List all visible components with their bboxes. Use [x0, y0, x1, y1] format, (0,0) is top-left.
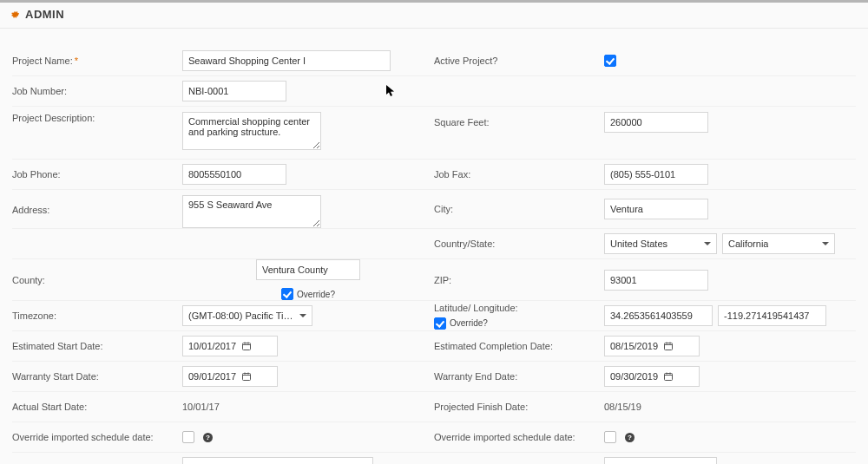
- label-county: County:: [12, 274, 182, 286]
- est-start-date-input[interactable]: 10/01/2017: [182, 336, 278, 356]
- est-complete-date-input[interactable]: 08/15/2019: [604, 336, 700, 356]
- calendar-icon: [241, 371, 252, 382]
- latlon-override-checkbox[interactable]: [434, 317, 446, 330]
- job-phone-input[interactable]: [182, 164, 286, 185]
- label-country-state: Country/State:: [434, 238, 604, 250]
- job-fax-input[interactable]: [604, 164, 708, 185]
- gear-icon: [10, 10, 20, 19]
- page-header: ADMIN: [0, 3, 868, 29]
- county-override-label: Override?: [297, 290, 335, 299]
- project-description-textarea[interactable]: [182, 112, 321, 150]
- svg-rect-3: [665, 374, 673, 381]
- label-zip: ZIP:: [434, 274, 604, 286]
- label-warranty-end: Warranty End Date:: [434, 370, 604, 382]
- label-actual-start: Actual Start Date:: [12, 401, 182, 413]
- chevron-down-icon: [822, 242, 829, 245]
- country-select[interactable]: United States: [604, 233, 717, 254]
- calendar-icon: [663, 341, 674, 351]
- actual-start-value: 10/01/17: [182, 402, 220, 412]
- override-schedule-checkbox-left[interactable]: [182, 431, 194, 443]
- projected-finish-value: 08/15/19: [604, 402, 641, 412]
- admin-form: Project Name:* Active Project? Job Numbe…: [0, 29, 868, 464]
- label-est-complete: Estimated Completion Date:: [434, 340, 604, 352]
- county-override-checkbox[interactable]: [281, 288, 293, 300]
- help-icon[interactable]: ?: [625, 433, 635, 442]
- label-override-schedule-right: Override imported schedule date:: [434, 431, 604, 443]
- required-marker-icon: *: [75, 56, 78, 66]
- help-icon[interactable]: ?: [203, 433, 213, 442]
- svg-rect-1: [665, 343, 673, 350]
- label-job-fax: Job Fax:: [434, 168, 604, 180]
- svg-rect-0: [243, 343, 251, 350]
- chevron-down-icon: [704, 242, 711, 245]
- chevron-down-icon: [299, 314, 306, 317]
- label-city: City:: [434, 203, 604, 215]
- warranty-start-date-input[interactable]: 09/01/2017: [182, 366, 278, 387]
- parent-job-combobox[interactable]: Seaward Shopping Center I ×: [182, 457, 373, 464]
- calendar-icon: [241, 341, 252, 351]
- city-input[interactable]: [604, 199, 708, 219]
- label-job-phone: Job Phone:: [12, 168, 182, 180]
- calendar-icon: [663, 371, 674, 382]
- label-warranty-start: Warranty Start Date:: [12, 370, 182, 382]
- label-project-name: Project Name:*: [12, 55, 182, 67]
- est-project-value-input[interactable]: [604, 457, 717, 464]
- project-name-input[interactable]: [182, 50, 391, 71]
- svg-rect-2: [243, 374, 251, 381]
- page-title: ADMIN: [25, 8, 64, 21]
- active-project-checkbox[interactable]: [604, 55, 616, 67]
- warranty-end-date-input[interactable]: 09/30/2019: [604, 366, 700, 387]
- county-input[interactable]: [256, 259, 360, 280]
- state-select[interactable]: California: [722, 233, 835, 254]
- label-project-description: Project Description:: [12, 112, 182, 124]
- job-number-input[interactable]: [182, 81, 286, 101]
- square-feet-input[interactable]: [604, 112, 708, 133]
- label-projected-finish: Projected Finish Date:: [434, 401, 604, 413]
- label-override-schedule-left: Override imported schedule date:: [12, 431, 182, 443]
- latlon-override-label: Override?: [450, 317, 488, 330]
- label-square-feet: Square Feet:: [434, 116, 604, 128]
- zip-input[interactable]: [604, 270, 708, 291]
- override-schedule-checkbox-right[interactable]: [604, 431, 616, 443]
- label-lat-lon: Latitude/ Longitude: Override?: [434, 302, 604, 330]
- label-job-number: Job Number:: [12, 85, 182, 97]
- label-timezone: Timezone:: [12, 310, 182, 322]
- label-est-start: Estimated Start Date:: [12, 340, 182, 352]
- longitude-input[interactable]: [718, 305, 826, 326]
- label-address: Address:: [12, 195, 182, 216]
- address-textarea[interactable]: [182, 195, 321, 228]
- label-active-project: Active Project?: [434, 55, 604, 67]
- timezone-select[interactable]: (GMT-08:00) Pacific Time (US ·: [182, 305, 312, 326]
- latitude-input[interactable]: [604, 305, 713, 326]
